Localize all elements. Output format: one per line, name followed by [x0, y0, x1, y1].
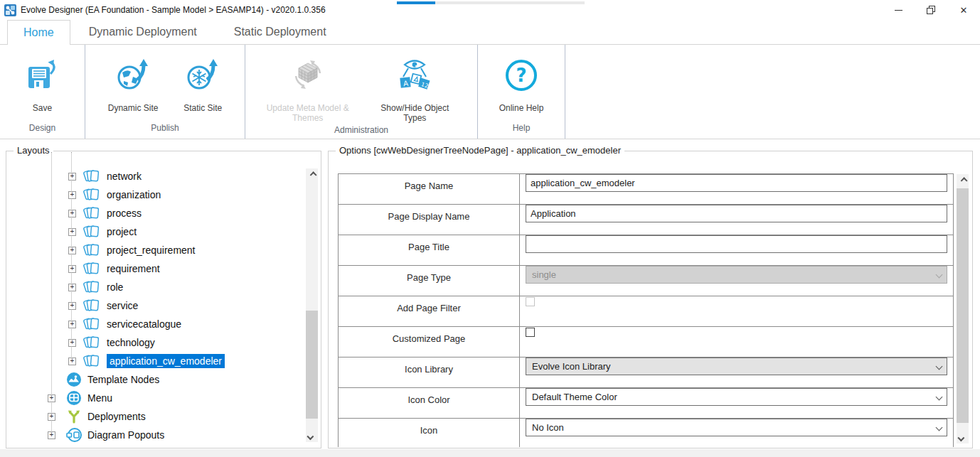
- option-label: Page Name: [339, 174, 520, 205]
- option-row-page-display-name: Page Display Name: [339, 205, 954, 235]
- expand-plus-icon[interactable]: +: [68, 265, 76, 273]
- tree-item-label: organization: [107, 189, 161, 200]
- app-logo-icon: [4, 4, 16, 16]
- minimize-icon: [895, 10, 902, 11]
- tree-item-project-requirement[interactable]: + project_requirement: [7, 241, 304, 259]
- layouts-tree-scrollbar[interactable]: [306, 168, 318, 442]
- tree-item-application-cw-emodeler[interactable]: + application_cw_emodeler: [7, 352, 304, 370]
- expand-plus-icon[interactable]: +: [48, 431, 55, 439]
- tab-static-deployment-label: Static Deployment: [234, 26, 326, 38]
- update-meta-model-button-label: Update Meta Model & Themes: [266, 103, 350, 124]
- tab-static-deployment[interactable]: Static Deployment: [215, 20, 345, 44]
- expand-plus-icon[interactable]: +: [68, 339, 76, 347]
- tab-home[interactable]: Home: [7, 20, 70, 45]
- chevron-down-icon: [936, 394, 943, 401]
- scroll-down-icon[interactable]: [957, 431, 969, 443]
- tree-item-requirement[interactable]: + requirement: [7, 259, 304, 278]
- scrollbar-thumb[interactable]: [306, 311, 318, 419]
- dynamic-site-button[interactable]: Dynamic Site: [105, 48, 161, 114]
- tab-dynamic-deployment[interactable]: Dynamic Deployment: [70, 20, 215, 44]
- title-bar: Evolve Designer (EA Foundation - Sample …: [0, 0, 980, 20]
- expand-plus-icon[interactable]: +: [68, 210, 76, 217]
- group-label-help: Help: [478, 123, 565, 139]
- expand-plus-icon[interactable]: +: [68, 321, 76, 328]
- expand-plus-icon[interactable]: +: [68, 173, 76, 181]
- pages-icon: [83, 205, 102, 221]
- scroll-up-icon[interactable]: [306, 168, 318, 181]
- tree-item-process[interactable]: + process: [7, 204, 304, 222]
- close-button[interactable]: ✕: [947, 0, 980, 20]
- expand-plus-icon[interactable]: +: [48, 394, 55, 402]
- expand-plus-icon[interactable]: +: [68, 284, 76, 291]
- ribbon-group-publish: Dynamic Site: [85, 45, 245, 139]
- template-nodes-icon: [65, 371, 82, 388]
- window-bottom-edge: [0, 449, 980, 457]
- group-label-publish: Publish: [85, 123, 245, 139]
- tree-item-diagram-popouts[interactable]: + Diagram Popouts: [7, 426, 304, 444]
- option-label: Icon: [339, 419, 520, 448]
- scroll-up-icon[interactable]: [957, 174, 969, 186]
- expand-plus-icon[interactable]: +: [68, 191, 76, 199]
- chevron-down-icon: [936, 424, 943, 431]
- tree-item-label: servicecatalogue: [107, 318, 181, 330]
- globe-upload-icon: [115, 49, 151, 102]
- tree-item-role[interactable]: + role: [7, 278, 304, 296]
- option-row-icon-library: Icon Library Evolve Icon Library: [339, 357, 954, 388]
- tree-item-template-nodes[interactable]: Template Nodes: [7, 370, 304, 389]
- tab-dynamic-deployment-label: Dynamic Deployment: [89, 26, 197, 38]
- tree-item-service[interactable]: + service: [7, 296, 304, 315]
- icon-library-select[interactable]: Evolve Icon Library: [526, 357, 947, 375]
- expand-plus-icon[interactable]: +: [48, 413, 55, 421]
- option-row-icon-color: Icon Color Default Theme Color: [339, 388, 954, 419]
- options-scrollbar[interactable]: [957, 174, 969, 443]
- scroll-down-icon[interactable]: [306, 430, 318, 442]
- chevron-down-icon: [936, 271, 943, 279]
- svg-text:A: A: [403, 80, 409, 88]
- tree-item-label: Template Nodes: [87, 374, 159, 385]
- tree-item-menu[interactable]: + Menu: [7, 389, 304, 407]
- layouts-tree: + network + organization + process + pro…: [7, 152, 304, 447]
- options-form: Page Name Page Display Name Page Title P…: [338, 173, 954, 447]
- scrollbar-thumb[interactable]: [957, 188, 969, 423]
- expand-plus-icon[interactable]: +: [68, 228, 76, 236]
- dynamic-site-button-label: Dynamic Site: [108, 103, 159, 113]
- static-site-button-label: Static Site: [183, 103, 222, 113]
- tree-item-technology[interactable]: + technology: [7, 333, 304, 352]
- tree-item-organization[interactable]: + organization: [7, 186, 304, 204]
- show-hide-object-types-button-label: Show/Hide Object Types: [373, 103, 457, 124]
- save-button[interactable]: Save: [23, 48, 63, 114]
- tree-item-servicecatalogue[interactable]: + servicecatalogue: [7, 315, 304, 333]
- deployments-branch-icon: [65, 408, 82, 425]
- diagram-popout-icon: [65, 426, 82, 443]
- icon-color-select[interactable]: Default Theme Color: [526, 388, 947, 406]
- expand-plus-icon[interactable]: +: [68, 357, 76, 365]
- page-name-input[interactable]: [526, 174, 947, 192]
- online-help-button[interactable]: ? Online Help: [496, 48, 547, 114]
- pages-icon: [83, 316, 102, 332]
- pages-icon: [83, 168, 102, 184]
- update-meta-model-button[interactable]: Update Meta Model & Themes: [263, 48, 353, 125]
- tree-item-network[interactable]: + network: [7, 167, 304, 186]
- icon-select[interactable]: No Icon: [526, 419, 947, 436]
- show-hide-object-types-button[interactable]: A 12 Show/Hide Object Types: [370, 48, 459, 125]
- expand-plus-icon[interactable]: +: [68, 247, 76, 254]
- option-row-page-title: Page Title: [339, 235, 954, 266]
- options-panel: Options [cwWebDesignerTreeNodePage] - ap…: [328, 151, 973, 448]
- pages-icon: [83, 224, 102, 240]
- page-title-input[interactable]: [526, 235, 947, 253]
- tree-item-deployments[interactable]: + Deployments: [7, 407, 304, 426]
- ribbon-group-administration: Update Meta Model & Themes A: [245, 45, 478, 139]
- option-label: Customized Page: [339, 327, 520, 357]
- tree-item-project[interactable]: + project: [7, 222, 304, 241]
- customized-page-checkbox[interactable]: [526, 328, 535, 337]
- expand-plus-icon[interactable]: +: [68, 302, 76, 310]
- minimize-button[interactable]: [882, 0, 915, 20]
- option-row-page-name: Page Name: [339, 174, 954, 205]
- restore-button[interactable]: [915, 0, 947, 20]
- chevron-down-icon: [936, 363, 943, 370]
- static-site-button[interactable]: Static Site: [181, 48, 225, 114]
- tree-item-label-selected: application_cw_emodeler: [107, 354, 225, 368]
- tree-item-label: requirement: [107, 263, 160, 274]
- ribbon: Save Design Dynamic Site: [0, 44, 980, 139]
- page-display-name-input[interactable]: [526, 205, 947, 222]
